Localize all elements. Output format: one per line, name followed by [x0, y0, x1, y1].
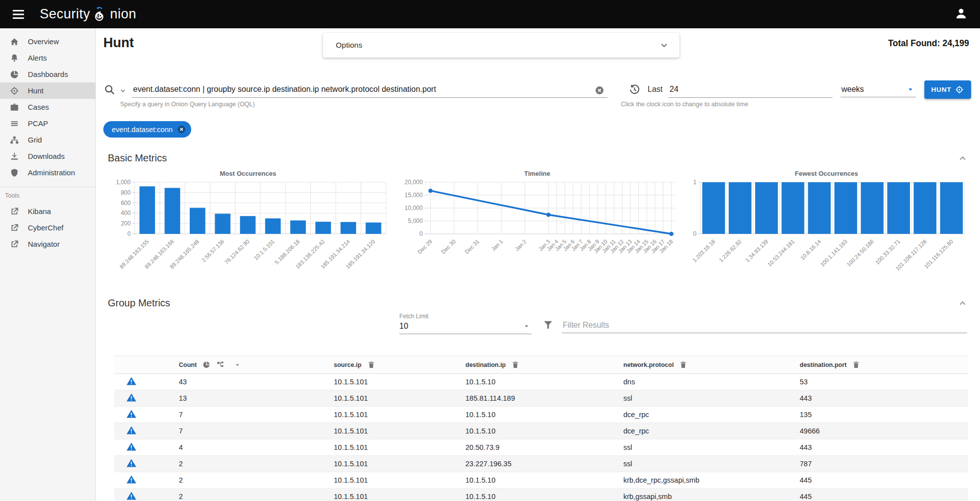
briefcase-icon	[9, 102, 19, 112]
sidebar-item-overview[interactable]: Overview	[0, 33, 95, 50]
sidebar-item-label: Cases	[28, 103, 49, 111]
table-cell: 10.1.5.10	[465, 489, 623, 501]
units-select[interactable]: weeks	[840, 82, 916, 97]
table-cell: 10.1.5.101	[334, 439, 465, 456]
table-cell: 53	[800, 374, 968, 390]
table-cell: 49666	[800, 423, 968, 439]
relative-time-label: Last	[648, 85, 663, 94]
bell-icon	[9, 53, 19, 63]
collapse-group-metrics-icon[interactable]	[957, 298, 968, 309]
trash-icon[interactable]	[852, 360, 860, 369]
warning-icon[interactable]	[126, 474, 137, 485]
hunt-button[interactable]: HUNT	[924, 80, 971, 99]
table-cell: 445	[800, 489, 968, 501]
sidebar-tool-navigator[interactable]: Navigator	[0, 236, 95, 252]
user-icon[interactable]	[954, 6, 968, 20]
sidebar-item-alerts[interactable]: Alerts	[0, 50, 95, 66]
svg-text:Jan 1: Jan 1	[490, 238, 504, 252]
svg-text:20,000: 20,000	[405, 179, 423, 186]
sidebar-item-dashboards[interactable]: Dashboards	[0, 66, 95, 82]
external-link-icon	[9, 207, 19, 216]
column-label: network.protocol	[623, 361, 674, 368]
svg-text:Dec 31: Dec 31	[464, 238, 481, 255]
column-label: destination.ip	[465, 361, 506, 368]
page-title: Hunt	[103, 35, 134, 51]
sidebar-item-administration[interactable]: Administration	[0, 164, 95, 181]
sidebar-item-pcap[interactable]: PCAP	[0, 115, 95, 132]
table-row: 4310.1.5.10110.1.5.10dns53	[114, 374, 968, 390]
charts-row: Most Occurrences02004006008001,00089.248…	[103, 170, 971, 288]
table-row: 210.1.5.10110.1.5.10krb,dce_rpc,gssapi,s…	[114, 472, 968, 489]
groupby-icon[interactable]	[216, 360, 225, 369]
trash-icon[interactable]	[367, 360, 376, 369]
svg-text:10.1.5.101: 10.1.5.101	[253, 238, 276, 261]
svg-text:1.203.16.18: 1.203.16.18	[691, 238, 716, 263]
sidebar-tool-cyberchef[interactable]: CyberChef	[0, 219, 95, 236]
menu-icon[interactable]	[11, 7, 26, 22]
table-row: 710.1.5.10110.1.5.10dce_rpc135	[114, 407, 968, 423]
sidebar-item-cases[interactable]: Cases	[0, 99, 95, 115]
chip-remove-icon[interactable]	[177, 125, 186, 134]
sidebar-item-grid[interactable]: Grid	[0, 132, 95, 148]
duration-input[interactable]	[669, 81, 832, 98]
warning-icon[interactable]	[126, 458, 137, 468]
clear-query-icon[interactable]	[595, 85, 604, 95]
sidebar-item-downloads[interactable]: Downloads	[0, 148, 95, 164]
warning-icon[interactable]	[126, 392, 137, 403]
search-icon[interactable]	[103, 83, 116, 96]
svg-text:5,000: 5,000	[408, 217, 423, 224]
table-cell: 7	[179, 423, 334, 439]
history-clock-icon[interactable]	[628, 83, 641, 96]
sidebar-item-label: Grid	[28, 136, 42, 144]
target-icon	[955, 85, 964, 94]
table-cell: 443	[800, 439, 968, 456]
sidebar-item-hunt[interactable]: Hunt	[0, 82, 95, 99]
table-row: 1310.1.5.101185.81.114.189ssl443	[114, 390, 968, 407]
svg-text:600: 600	[121, 200, 131, 207]
table-cell: 23.227.196.35	[465, 456, 623, 472]
total-found: Total Found: 24,199	[888, 38, 969, 49]
warning-icon[interactable]	[126, 441, 137, 452]
filter-results-input[interactable]	[562, 318, 967, 333]
table-cell: 10.1.5.101	[334, 456, 465, 472]
warning-icon[interactable]	[126, 409, 137, 419]
table-cell: 2	[179, 489, 334, 501]
sidebar: OverviewAlertsDashboardsHuntCasesPCAPGri…	[0, 28, 96, 501]
timeline-chart: Timeline05,00010,00015,00020,000Dec 29De…	[392, 170, 681, 288]
warning-icon[interactable]	[126, 425, 137, 435]
sidebar-item-label: Hunt	[28, 86, 44, 95]
units-value: weeks	[841, 85, 864, 94]
fetch-limit-select[interactable]: Fetch Limit 10	[399, 313, 531, 334]
warning-icon[interactable]	[126, 376, 137, 386]
svg-text:2.56.57.136: 2.56.57.136	[200, 238, 225, 263]
svg-text:Jan 2: Jan 2	[514, 238, 528, 252]
filter-chip[interactable]: event.dataset:conn	[103, 121, 191, 138]
caret-down-icon[interactable]	[234, 361, 241, 368]
svg-text:0: 0	[693, 230, 696, 237]
table-cell: dns	[623, 374, 800, 390]
sidebar-item-label: PCAP	[28, 119, 48, 128]
chart-title: Fewest Occurrences	[682, 170, 971, 177]
caret-down-icon	[523, 322, 530, 330]
sidebar-tool-label: Navigator	[28, 240, 60, 248]
sidebar-item-label: Dashboards	[28, 70, 68, 78]
query-history-caret-icon[interactable]	[119, 86, 127, 95]
pcap-icon	[9, 119, 19, 129]
time-hint: Click the clock icon to change to absolu…	[621, 101, 748, 108]
trash-icon[interactable]	[679, 360, 687, 369]
options-expander[interactable]: Options	[323, 33, 679, 58]
pie-chart-icon[interactable]	[202, 360, 211, 369]
sidebar-tools: KibanaCyberChefNavigator	[0, 203, 95, 252]
svg-text:200: 200	[121, 220, 131, 227]
table-cell: 10.1.5.101	[334, 374, 465, 390]
svg-text:1,000: 1,000	[116, 179, 131, 186]
warning-icon[interactable]	[126, 491, 137, 501]
topbar: Security nion	[0, 0, 980, 28]
funnel-icon	[542, 319, 554, 330]
query-input[interactable]	[132, 81, 607, 98]
sidebar-tool-kibana[interactable]: Kibana	[0, 203, 95, 219]
trash-icon[interactable]	[511, 360, 520, 369]
table-cell: ssl	[623, 456, 800, 472]
collapse-basic-metrics-icon[interactable]	[957, 153, 968, 164]
svg-text:100.1.141.163: 100.1.141.163	[819, 238, 848, 268]
